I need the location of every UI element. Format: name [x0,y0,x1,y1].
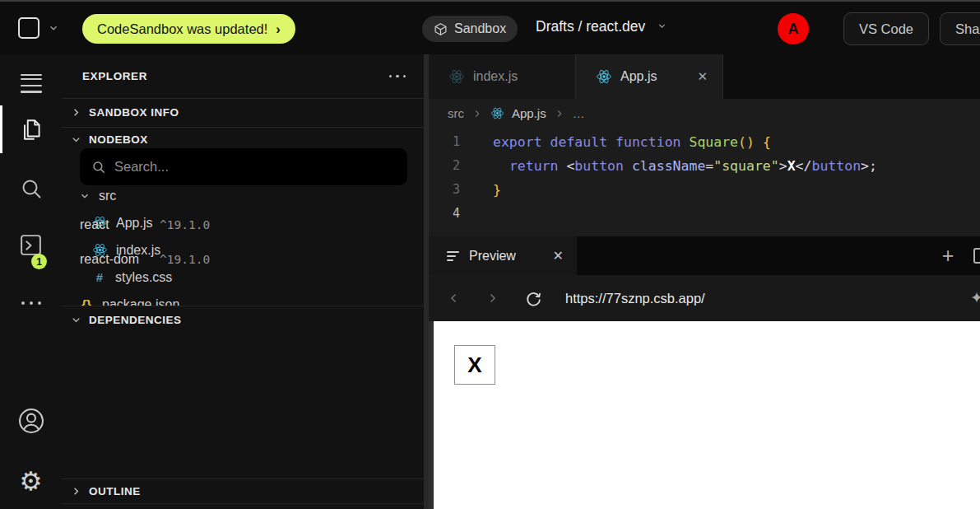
chevron-right-icon [70,485,82,497]
update-banner-button[interactable]: CodeSandbox was updated! › [82,14,295,44]
refresh-icon[interactable] [519,290,547,307]
code-editor[interactable]: 1export default function Square() {2 ret… [429,128,980,236]
section-dependencies[interactable]: DEPENDENCIES [62,306,429,334]
close-tab-icon[interactable]: ✕ [697,69,708,84]
preview-square-button[interactable]: X [454,345,495,385]
project-breadcrumb[interactable]: Drafts / react.dev [536,18,667,35]
line-number: 3 [429,178,481,202]
preview-tab-bar: Preview ✕ + [429,236,980,275]
menu-icon[interactable] [0,69,62,80]
preview-pane: X [429,321,980,509]
breadcrumb-item[interactable]: App.js [512,106,546,120]
section-nodebox-label: NODEBOX [89,133,148,146]
tab-label: index.js [473,69,518,84]
project-breadcrumb-label: Drafts / react.dev [536,18,645,35]
explorer-files-icon[interactable] [0,117,62,143]
chevron-down-icon[interactable] [48,22,59,37]
breadcrumb-item[interactable]: src [448,106,464,120]
cube-icon [434,22,448,36]
explorer-more-icon[interactable] [389,75,406,78]
line-number: 1 [429,130,481,154]
tree-item-label: src [99,189,116,203]
preview-url-bar: https://77sznp.csb.app/ ✦ [429,275,980,321]
settings-gear-icon[interactable]: ⚙ [0,466,62,496]
dependency-name: react-dom [80,252,142,267]
dependency-version: ^19.1.0 [160,218,210,231]
terminal-badge: 1 [31,254,47,269]
breadcrumb[interactable]: srcApp.js… [429,99,980,128]
code-line: 3} [429,178,980,202]
explorer-sidebar: EXPLORER SANDBOX INFO NODEBOX publicsrcA… [62,54,429,509]
search-icon [91,160,106,175]
chevron-down-icon [657,18,667,35]
tab-label: App.js [620,69,657,84]
sandbox-badge-label: Sandbox [454,21,506,36]
workspace-logo-icon[interactable] [18,17,39,39]
line-number: 4 [429,202,481,226]
dependency-search-input[interactable] [114,159,396,175]
chevron-right-icon [554,108,565,119]
section-outline-label: OUTLINE [89,485,141,497]
code-line: 2 return <button className="square">X</b… [429,154,980,178]
vs-code-button[interactable]: VS Code [843,12,929,45]
chevron-down-icon [79,190,91,202]
section-sandbox-info-label: SANDBOX INFO [89,106,179,119]
share-button[interactable]: Share [940,12,980,45]
section-sandbox-info[interactable]: SANDBOX INFO [62,98,429,127]
close-icon[interactable]: ✕ [553,248,564,264]
sparkle-icon[interactable]: ✦ [970,288,980,306]
dependency-row-react[interactable]: react^19.1.0 [80,208,409,242]
split-view-icon[interactable] [973,248,980,264]
forward-icon[interactable] [478,291,506,306]
react-icon [490,106,504,120]
url-text[interactable]: https://77sznp.csb.app/ [565,291,705,306]
dependency-list: react^19.1.0react-dom^19.1.0 [80,208,409,277]
chevron-down-icon [70,314,82,326]
dependency-row-react-dom[interactable]: react-dom^19.1.0 [80,242,409,277]
preview-tab-label: Preview [469,249,516,264]
top-bar: CodeSandbox was updated! › Sandbox Draft… [0,0,980,54]
chevron-right-icon [471,108,483,119]
editor-tab-list: index.jsApp.js✕ [429,54,980,99]
tree-folder-src[interactable]: src [62,182,429,209]
section-dependencies-label: DEPENDENCIES [89,314,182,326]
back-icon[interactable] [440,291,468,306]
update-banner-label: CodeSandbox was updated! [97,21,267,37]
code-line: 4 [429,202,980,226]
sandbox-type-badge[interactable]: Sandbox [422,16,518,42]
section-outline[interactable]: OUTLINE [62,479,429,503]
terminal-icon[interactable] [0,232,62,258]
tree-file-package-json[interactable]: {}package.json [62,291,429,306]
explorer-title: EXPLORER [82,70,147,82]
dependency-search-box [80,148,407,185]
dependency-name: react [80,217,142,232]
editor-tab-index-js[interactable]: index.js [429,54,576,99]
dependency-version: ^19.1.0 [160,253,210,266]
breadcrumb-item[interactable]: … [573,106,585,120]
search-icon[interactable] [0,176,62,201]
avatar-letter: A [788,21,799,38]
preview-tab[interactable]: Preview ✕ [429,236,577,275]
divider [62,503,429,504]
react-icon [596,68,612,85]
editor-panel: index.jsApp.js✕ srcApp.js… 1export defau… [429,54,980,509]
chevron-right-icon [70,106,82,119]
react-icon [448,68,465,85]
activity-bar: 1 ⚙ [0,54,62,509]
tree-item-label: package.json [102,297,179,306]
json-icon: {} [79,297,94,306]
line-number: 2 [429,154,481,178]
chevron-down-icon [70,133,82,146]
add-preview-icon[interactable]: + [937,245,959,267]
list-icon [447,249,459,264]
chevron-right-icon: › [276,21,281,37]
explorer-header: EXPLORER [62,54,429,98]
editor-tab-app-js[interactable]: App.js✕ [576,54,723,99]
avatar[interactable]: A [778,13,809,44]
more-icon[interactable] [0,301,62,305]
code-line: 1export default function Square() { [429,130,980,154]
account-icon[interactable] [0,407,62,435]
